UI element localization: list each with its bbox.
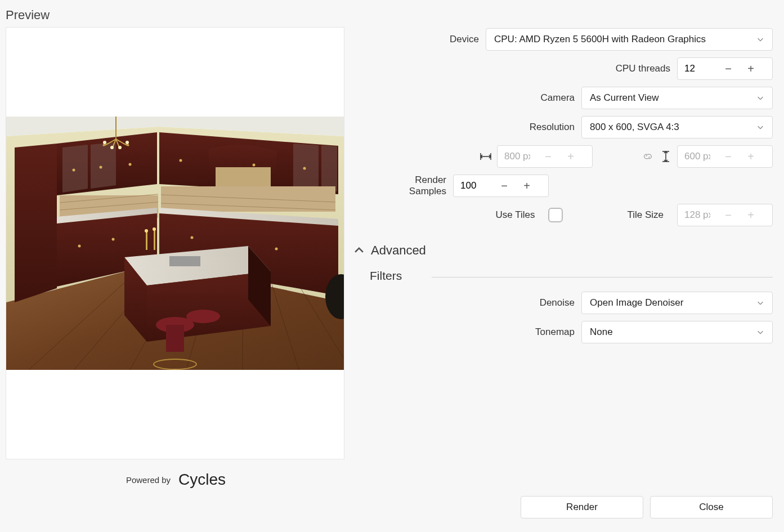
chevron-down-icon bbox=[756, 94, 764, 102]
powered-by: Powered by Cycles bbox=[6, 471, 346, 489]
render-samples-plus[interactable]: + bbox=[516, 175, 538, 196]
cpu-threads-label: CPU threads bbox=[616, 63, 677, 74]
width-plus: + bbox=[559, 146, 582, 167]
svg-point-54 bbox=[112, 238, 115, 241]
preview-box bbox=[6, 27, 344, 459]
svg-point-56 bbox=[275, 248, 278, 251]
svg-point-40 bbox=[145, 229, 148, 233]
camera-label: Camera bbox=[541, 92, 581, 104]
camera-select[interactable]: As Current View bbox=[581, 87, 773, 109]
svg-point-44 bbox=[126, 141, 129, 144]
svg-point-41 bbox=[153, 227, 156, 231]
svg-rect-39 bbox=[154, 230, 155, 250]
svg-point-55 bbox=[191, 236, 194, 239]
filters-heading: Filters bbox=[370, 269, 420, 283]
use-tiles-checkbox[interactable] bbox=[548, 208, 563, 222]
device-select[interactable]: CPU: AMD Ryzen 5 5600H with Radeon Graph… bbox=[486, 28, 773, 51]
svg-point-37 bbox=[186, 310, 220, 323]
cpu-threads-input[interactable] bbox=[678, 58, 717, 79]
tile-size-stepper: − + bbox=[677, 204, 773, 226]
tile-size-label: Tile Size bbox=[627, 209, 670, 221]
tile-size-input bbox=[678, 204, 717, 226]
chevron-down-icon bbox=[756, 123, 764, 131]
svg-point-51 bbox=[253, 164, 256, 167]
cpu-threads-minus[interactable]: − bbox=[717, 58, 740, 79]
resolution-select[interactable]: 800 x 600, SVGA 4:3 bbox=[581, 116, 773, 138]
render-samples-minus[interactable]: − bbox=[493, 175, 516, 196]
camera-select-value: As Current View bbox=[590, 92, 659, 104]
device-select-value: CPU: AMD Ryzen 5 5600H with Radeon Graph… bbox=[494, 34, 706, 45]
cycles-logo: Cycles bbox=[178, 471, 226, 489]
svg-marker-11 bbox=[15, 144, 57, 302]
svg-rect-33 bbox=[169, 256, 200, 266]
link-icon[interactable] bbox=[641, 150, 655, 163]
svg-rect-20 bbox=[161, 186, 335, 212]
chevron-down-icon bbox=[756, 35, 764, 43]
render-samples-stepper[interactable]: − + bbox=[453, 175, 549, 197]
svg-marker-16 bbox=[293, 144, 319, 190]
resolution-select-value: 800 x 600, SVGA 4:3 bbox=[590, 122, 679, 133]
height-input bbox=[678, 146, 717, 167]
svg-point-45 bbox=[110, 146, 114, 149]
chevron-down-icon bbox=[756, 328, 764, 336]
advanced-heading: Advanced bbox=[371, 243, 426, 258]
svg-point-50 bbox=[180, 159, 182, 162]
svg-rect-38 bbox=[146, 232, 147, 250]
height-plus: + bbox=[740, 146, 762, 167]
denoise-label: Denoise bbox=[540, 297, 581, 309]
height-minus: − bbox=[717, 146, 740, 167]
tile-size-plus: + bbox=[740, 204, 762, 226]
svg-point-49 bbox=[129, 163, 132, 166]
svg-point-47 bbox=[73, 169, 75, 172]
cpu-threads-plus[interactable]: + bbox=[740, 58, 762, 79]
svg-marker-17 bbox=[321, 145, 337, 191]
tile-size-minus: − bbox=[717, 204, 740, 226]
render-samples-input[interactable] bbox=[454, 175, 493, 196]
use-tiles-label: Use Tiles bbox=[496, 209, 542, 221]
svg-point-46 bbox=[118, 146, 122, 149]
width-minus: − bbox=[537, 146, 559, 167]
height-icon bbox=[659, 150, 673, 163]
divider bbox=[432, 277, 773, 278]
width-stepper: − + bbox=[497, 145, 593, 168]
width-input bbox=[498, 146, 537, 167]
width-icon bbox=[479, 150, 492, 163]
device-label: Device bbox=[450, 34, 486, 45]
cpu-threads-stepper[interactable]: − + bbox=[677, 57, 773, 80]
tonemap-label: Tonemap bbox=[535, 327, 581, 338]
preview-title: Preview bbox=[6, 8, 346, 23]
svg-rect-35 bbox=[166, 325, 184, 352]
svg-point-48 bbox=[100, 166, 102, 169]
render-samples-label: Render Samples bbox=[380, 175, 453, 197]
svg-point-52 bbox=[303, 167, 306, 170]
height-stepper: − + bbox=[677, 145, 773, 168]
denoise-select[interactable]: Open Image Denoiser bbox=[581, 292, 773, 314]
denoise-select-value: Open Image Denoiser bbox=[590, 297, 683, 309]
tonemap-select-value: None bbox=[590, 327, 613, 338]
close-button[interactable]: Close bbox=[650, 496, 773, 518]
svg-marker-13 bbox=[62, 145, 88, 193]
resolution-label: Resolution bbox=[530, 122, 581, 133]
chevron-up-icon[interactable] bbox=[353, 244, 365, 257]
svg-point-43 bbox=[103, 141, 106, 144]
chevron-down-icon bbox=[756, 299, 764, 307]
svg-point-53 bbox=[78, 245, 81, 248]
tonemap-select[interactable]: None bbox=[581, 321, 773, 343]
render-button[interactable]: Render bbox=[521, 496, 643, 518]
preview-render-image bbox=[6, 117, 344, 370]
powered-by-label: Powered by bbox=[126, 475, 171, 485]
